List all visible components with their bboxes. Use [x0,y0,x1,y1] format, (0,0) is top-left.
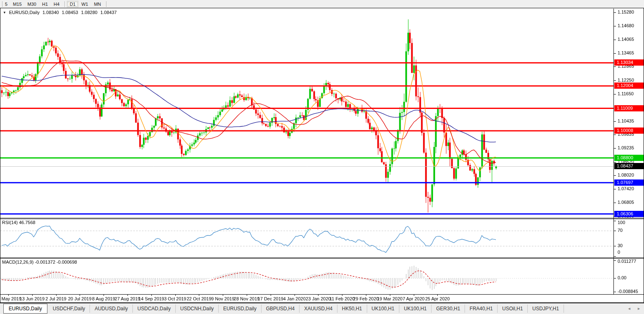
rsi-label: RSI(14) 46.7568 [2,220,35,225]
macd-axis-tick: 0.011277 [618,259,636,264]
bar-low-value: 1.08280 [81,10,97,15]
tab-eurusd-daily[interactable]: EURUSD,Daily [3,304,47,314]
bar-high-value: 1.08453 [62,10,78,15]
toolbar-separator [106,1,106,7]
level-price-badge[interactable]: 1.08800 [614,155,644,161]
level-price-badge[interactable]: 1.13034 [614,59,644,66]
rsi-axis-tick: 0 [618,250,620,255]
level-price-badge[interactable]: 1.12004 [614,83,644,89]
bar-close-value: 1.08437 [100,10,117,15]
level-price-badge[interactable]: 1.11009 [614,105,644,111]
timeframe-button-m15[interactable]: M15 [10,1,24,7]
tab-hk50-h1[interactable]: HK50,H1 [337,305,367,313]
date-axis-label: 25 Apr 2020 [422,296,453,301]
price-axis-tick: 1.10435 [618,118,634,123]
price-chart-canvas[interactable] [0,8,644,303]
timeframe-button-mn[interactable]: MN [91,1,104,7]
tab-ger30-h1[interactable]: GER30,H1 [432,305,465,313]
rsi-axis-tick: 30 [618,243,623,248]
tab-audusd-daily[interactable]: AUDUSD,Daily [90,305,133,313]
timeframe-button-m30[interactable]: M30 [25,1,39,7]
tab-usdjpy-h1[interactable]: USDJPY,H1 [528,305,564,313]
price-axis-tick: 1.09235 [618,145,634,150]
chart-symbol-label: EURUSD,Daily [9,10,40,15]
chart-title[interactable]: ▼ EURUSD,Daily 1.08340 1.08453 1.08280 1… [3,10,117,15]
tab-scroll-left-icon[interactable]: ◄ [627,307,631,311]
price-axis-tick: 1.12250 [618,78,634,83]
chart-tabs: EURUSD,DailyUSDCHF,DailyAUDUSD,DailyUSDC… [0,303,644,314]
tab-uk100-h1[interactable]: UK100,H1 [399,305,432,313]
rsi-axis-tick: 70 [618,228,623,233]
tab-xauusd-h4[interactable]: XAUUSD,H4 [300,305,337,313]
price-axis-tick: 1.08020 [618,172,634,177]
tab-usdcnh-daily[interactable]: USDCNH,Daily [176,305,219,313]
price-axis-tick: 1.15280 [618,9,634,14]
rsi-axis-tick: 100 [618,220,625,225]
mt4-window: 5M15M30H1H4D1W1MN ▼ EURUSD,Daily 1.08340… [0,0,644,314]
macd-axis-tick: 0.00 [618,275,626,280]
price-axis-tick: 1.06805 [618,200,634,205]
timeframe-button-d1[interactable]: D1 [67,1,78,7]
tab-uk100-h1[interactable]: UK100,H1 [367,305,399,313]
tab-usdcad-daily[interactable]: USDCAD,Daily [133,305,176,313]
level-price-badge[interactable]: 1.07697 [614,179,644,186]
tab-fra40-h1[interactable]: FRA40,H1 [465,305,498,313]
macd-axis-tick: -0.008845 [618,289,638,294]
price-axis-tick: 1.07420 [618,186,634,191]
timeframe-button-5[interactable]: 5 [5,1,10,7]
tab-usoil-h1[interactable]: USOil,H1 [498,305,528,313]
tab-scroll-right-icon[interactable]: ► [637,307,641,311]
chart-dropdown-icon[interactable]: ▼ [3,11,6,14]
tab-usdchf-daily[interactable]: USDCHF,Daily [48,305,90,313]
price-axis-tick: 1.13465 [618,50,634,55]
price-axis-tick: 1.11650 [618,91,634,96]
tab-eurusd-daily[interactable]: EURUSD,Daily [219,305,262,313]
current-price-badge: 1.08437 [614,163,644,169]
tab-gbpusd-h4[interactable]: GBPUSD,H4 [262,305,300,313]
timeframe-button-h4[interactable]: H4 [51,1,62,7]
level-price-badge[interactable]: 1.10008 [614,127,644,134]
tab-scroll-arrows: ◄ ► [623,307,641,311]
bar-open-value: 1.08340 [42,10,59,15]
timeframe-toolbar: 5M15M30H1H4D1W1MN [0,0,644,8]
timeframe-button-h1[interactable]: H1 [39,1,51,7]
price-axis-tick: 1.14680 [618,23,634,28]
timeframe-button-w1[interactable]: W1 [78,1,91,7]
chart-window: ▼ EURUSD,Daily 1.08340 1.08453 1.08280 1… [0,8,644,303]
macd-label: MACD(12,26,9) -0.001372 -0.000698 [2,260,77,264]
price-axis-tick: 1.14065 [618,37,634,42]
toolbar-separator [64,1,65,7]
toolbar-separator [2,1,2,7]
level-price-badge[interactable]: 1.06306 [614,211,644,217]
